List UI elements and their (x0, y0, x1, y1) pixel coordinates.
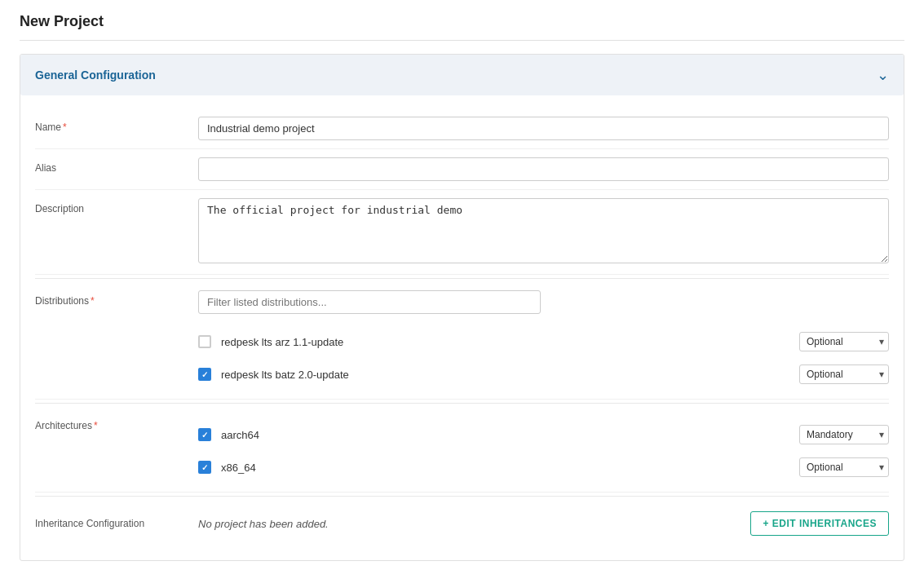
dist2-checkbox[interactable] (198, 368, 211, 381)
distributions-control-area: redpesk lts arz 1.1-update Optional Mand… (198, 290, 889, 391)
dist2-select-wrapper: Optional Mandatory (799, 365, 889, 384)
form-body: Name* Alias Description The official pro… (20, 95, 904, 560)
arch2-checkbox[interactable] (198, 461, 211, 474)
architectures-divider (35, 403, 889, 404)
dist1-dropdown[interactable]: Optional Mandatory (799, 332, 889, 351)
arch1-dropdown[interactable]: Optional Mandatory (799, 425, 889, 444)
arch2-select-wrapper: Optional Mandatory (799, 457, 889, 477)
alias-row: Alias (35, 149, 889, 190)
distributions-list: redpesk lts arz 1.1-update Optional Mand… (198, 325, 889, 391)
name-row: Name* (35, 108, 889, 149)
page-container: New Project General Configuration ⌄ Name… (0, 0, 924, 570)
chevron-down-icon: ⌄ (877, 66, 889, 84)
architectures-row: Architectures* aarch64 Optional Mandator… (35, 407, 889, 493)
arch2-dropdown[interactable]: Optional Mandatory (799, 457, 889, 477)
inheritance-divider (35, 496, 889, 497)
general-config-section: General Configuration ⌄ Name* Alias (20, 54, 904, 561)
architectures-label: Architectures* (35, 415, 198, 431)
arch1-checkbox[interactable] (198, 428, 211, 441)
alias-label: Alias (35, 157, 198, 174)
description-row: Description The official project for ind… (35, 190, 889, 275)
description-label: Description (35, 198, 198, 214)
name-input[interactable] (198, 117, 889, 140)
architectures-list: aarch64 Optional Mandatory x86_6 (198, 418, 889, 484)
page-title: New Project (20, 13, 904, 41)
dist2-dropdown[interactable]: Optional Mandatory (799, 365, 889, 384)
distributions-label: Distributions* (35, 290, 198, 307)
dist1-name: redpesk lts arz 1.1-update (221, 336, 789, 348)
list-item: redpesk lts batz 2.0-update Optional Man… (198, 358, 889, 391)
general-config-header[interactable]: General Configuration ⌄ (20, 55, 904, 95)
distributions-filter-input[interactable] (198, 290, 541, 314)
inheritance-label: Inheritance Configuration (35, 518, 198, 529)
dist2-name: redpesk lts batz 2.0-update (221, 369, 789, 381)
list-item: x86_64 Optional Mandatory (198, 451, 889, 484)
edit-inheritances-button[interactable]: + EDIT INHERITANCES (750, 511, 889, 536)
inheritance-empty-text: No project has been added. (198, 518, 750, 530)
inheritance-row: Inheritance Configuration No project has… (35, 500, 889, 547)
arch1-name: aarch64 (221, 429, 789, 441)
name-required-star: * (63, 122, 67, 133)
description-textarea[interactable]: The official project for industrial demo (198, 198, 889, 263)
list-item: redpesk lts arz 1.1-update Optional Mand… (198, 325, 889, 358)
architectures-control-area: aarch64 Optional Mandatory x86_6 (198, 415, 889, 484)
arch2-name: x86_64 (221, 462, 789, 474)
distributions-required-star: * (91, 295, 95, 307)
alias-control-area (198, 157, 889, 181)
name-control-area (198, 117, 889, 140)
dist1-select-wrapper: Optional Mandatory (799, 332, 889, 351)
distributions-divider (35, 278, 889, 279)
alias-input[interactable] (198, 157, 889, 181)
architectures-required-star: * (94, 420, 98, 431)
arch1-select-wrapper: Optional Mandatory (799, 425, 889, 444)
section-title: General Configuration (35, 68, 156, 82)
name-label: Name* (35, 117, 198, 133)
dist1-checkbox[interactable] (198, 335, 211, 348)
description-control-area: The official project for industrial demo (198, 198, 889, 266)
distributions-row: Distributions* redpesk lts arz 1.1-updat… (35, 282, 889, 400)
list-item: aarch64 Optional Mandatory (198, 418, 889, 451)
